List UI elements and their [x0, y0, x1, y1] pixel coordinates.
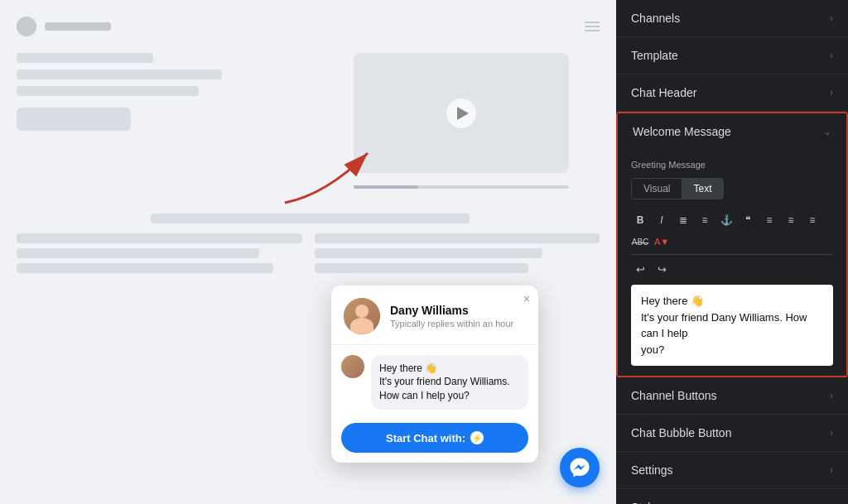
undo-button[interactable]: ↩ — [631, 260, 649, 278]
editor-line1: Hey there 👋 — [641, 293, 823, 310]
settings-chevron: › — [830, 464, 833, 476]
messenger-icon: ⚡ — [470, 431, 484, 444]
channel-buttons-chevron: › — [830, 390, 833, 401]
agent-avatar — [344, 298, 380, 334]
sidebar-item-style[interactable]: Style › — [616, 489, 848, 504]
tab-visual[interactable]: Visual — [632, 179, 682, 199]
sidebar-item-chat-header[interactable]: Chat Header › — [616, 74, 848, 112]
editor-line3: you? — [641, 342, 823, 358]
chat-bubble-label: Chat Bubble Button — [631, 426, 830, 439]
unordered-list-button[interactable]: ≡ — [696, 211, 714, 229]
channels-label: Channels — [631, 12, 830, 25]
chat-bubble-chevron: › — [830, 427, 833, 439]
agent-info: Dany Williams Typically replies within a… — [390, 304, 526, 329]
chat-popup: × Dany Williams Typically replies within… — [331, 286, 538, 463]
chat-message-item: Hey there 👋 It's your friend Dany Willia… — [341, 355, 528, 410]
editor-tab-bar: Visual Text — [631, 178, 724, 199]
agent-status: Typically replies within an hour — [390, 319, 526, 329]
blockquote-button[interactable]: ❝ — [739, 211, 757, 229]
link-button[interactable]: ⚓ — [717, 211, 735, 229]
close-button[interactable]: × — [523, 292, 530, 305]
message-avatar — [341, 355, 364, 378]
welcome-message-header[interactable]: Welcome Message ⌄ — [618, 113, 846, 150]
nav-bar — [45, 22, 111, 31]
undo-redo-row: ↩ ↪ — [631, 260, 833, 278]
strikethrough-button[interactable]: ABC — [631, 233, 649, 251]
menu-lines — [585, 22, 600, 31]
settings-panel: Channels › Template › Chat Header › Welc… — [616, 0, 848, 504]
sidebar-item-settings[interactable]: Settings › — [616, 452, 848, 489]
start-chat-label: Start Chat with: — [386, 432, 465, 444]
chat-header-label: Chat Header — [631, 86, 830, 99]
editor-content[interactable]: Hey there 👋 It's your friend Dany Willia… — [631, 285, 833, 366]
welcome-message-section: Welcome Message ⌄ Greeting Message Visua… — [616, 112, 848, 377]
progress-bar — [354, 185, 569, 189]
template-chevron: › — [830, 50, 833, 61]
bold-button[interactable]: B — [631, 211, 649, 229]
panel-bottom-items: Channel Buttons › Chat Bubble Button › S… — [616, 377, 848, 504]
col-left — [17, 233, 302, 273]
channels-chevron: › — [830, 12, 833, 24]
messenger-fab[interactable] — [560, 448, 600, 487]
template-label: Template — [631, 49, 830, 62]
align-center-button[interactable]: ≡ — [782, 211, 800, 229]
nav-dot — [17, 17, 36, 36]
two-column-skeletons — [17, 233, 600, 273]
sidebar-item-template[interactable]: Template › — [616, 37, 848, 74]
col-right — [315, 233, 600, 273]
agent-name: Dany Williams — [390, 304, 526, 317]
greeting-label: Greeting Message — [631, 160, 833, 170]
color-button[interactable]: A▼ — [653, 233, 671, 251]
redo-button[interactable]: ↪ — [653, 260, 671, 278]
skeleton-nav — [17, 17, 600, 36]
start-chat-button[interactable]: Start Chat with: ⚡ — [341, 423, 528, 453]
sidebar-item-channels[interactable]: Channels › — [616, 0, 848, 37]
align-right-button[interactable]: ≡ — [803, 211, 822, 229]
chat-header-chevron: › — [830, 87, 833, 98]
skeleton-center-text — [20, 214, 600, 223]
welcome-message-body: Greeting Message Visual Text B I ≣ ≡ ⚓ ❝… — [618, 150, 846, 376]
settings-label: Settings — [631, 463, 830, 477]
tab-text[interactable]: Text — [682, 179, 723, 199]
message-bubble: Hey there 👋 It's your friend Dany Willia… — [371, 355, 528, 410]
channel-buttons-label: Channel Buttons — [631, 389, 830, 402]
align-left-button[interactable]: ≡ — [760, 211, 778, 229]
skeleton-rows-left — [17, 53, 245, 131]
sidebar-item-channel-buttons[interactable]: Channel Buttons › — [616, 377, 848, 415]
chat-messages: Hey there 👋 It's your friend Dany Willia… — [331, 345, 538, 416]
welcome-message-label: Welcome Message — [633, 125, 823, 138]
website-preview: × Dany Williams Typically replies within… — [0, 0, 616, 504]
chat-popup-header: Dany Williams Typically replies within a… — [331, 286, 538, 345]
italic-button[interactable]: I — [653, 211, 671, 229]
editor-line2: It's your friend Dany Williams. How can … — [641, 310, 823, 342]
editor-toolbar: B I ≣ ≡ ⚓ ❝ ≡ ≡ ≡ ABC A▼ — [631, 208, 833, 255]
video-placeholder — [354, 53, 569, 173]
style-label: Style — [631, 501, 830, 504]
ordered-list-button[interactable]: ≣ — [674, 211, 692, 229]
sidebar-item-chat-bubble[interactable]: Chat Bubble Button › — [616, 415, 848, 452]
welcome-message-chevron: ⌄ — [823, 126, 831, 137]
play-button[interactable] — [446, 98, 476, 128]
